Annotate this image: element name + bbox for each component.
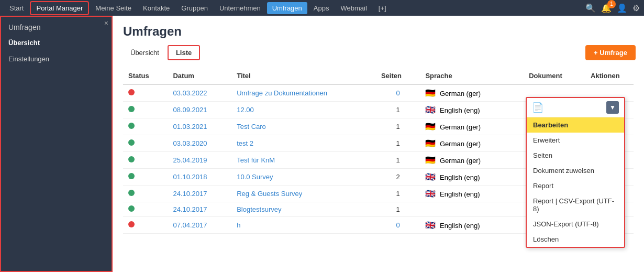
aktionen-item[interactable]: Report | CSV-Export (UTF-8): [527, 193, 624, 216]
nav-plus[interactable]: [+]: [373, 2, 392, 14]
nav-portal-manager[interactable]: Portal Manager: [30, 1, 89, 15]
cell-sprache: [420, 202, 514, 217]
aktionen-item[interactable]: Bearbeiten: [527, 117, 624, 133]
user-icon[interactable]: 👤: [617, 3, 627, 13]
cell-sprache: 🇩🇪 German (ger): [420, 84, 514, 102]
cell-seiten: 1: [376, 186, 420, 202]
cell-seiten: 1: [376, 102, 420, 118]
col-dokument: Dokument: [514, 68, 577, 84]
survey-link[interactable]: 12.00: [237, 106, 254, 114]
main-content: Umfragen Übersicht Liste + Umfrage Statu…: [113, 16, 644, 272]
page-title: Umfragen: [123, 24, 634, 39]
notification-badge-wrap[interactable]: 🔔 1: [601, 3, 612, 13]
aktionen-item[interactable]: Erweitert: [527, 133, 624, 148]
sidebar: × Umfragen Übersicht Einstellungen: [0, 16, 113, 272]
nav-kontakte[interactable]: Kontakte: [138, 2, 175, 14]
cell-titel: h: [231, 217, 376, 234]
status-dot: [128, 106, 135, 112]
cell-sprache: 🇩🇪 German (ger): [420, 135, 514, 152]
col-sprache: Sprache: [420, 68, 514, 84]
survey-link[interactable]: Umfrage zu Dokumentationen: [237, 89, 327, 97]
nav-apps[interactable]: Apps: [308, 2, 335, 14]
cell-status: [123, 102, 168, 118]
cell-datum: 01.10.2018: [168, 169, 231, 186]
nav-unternehmen[interactable]: Unternehmen: [214, 2, 266, 14]
cell-titel: Blogtestsurvey: [231, 202, 376, 217]
col-status: Status: [123, 68, 168, 84]
status-dot: [128, 156, 135, 162]
cell-sprache: 🇬🇧 English (eng): [420, 186, 514, 202]
status-dot: [128, 205, 135, 212]
flag-icon: 🇩🇪: [425, 156, 436, 165]
flag-icon: 🇬🇧: [425, 105, 436, 114]
tab-ubersicht[interactable]: Übersicht: [123, 46, 166, 59]
survey-link[interactable]: Reg & Guests Survey: [237, 190, 302, 198]
cell-seiten: 0: [376, 84, 420, 102]
cell-titel: 12.00: [231, 102, 376, 118]
cell-seiten: 2: [376, 169, 420, 186]
cell-status: [123, 152, 168, 169]
status-dot: [128, 173, 135, 179]
cell-status: [123, 202, 168, 217]
cell-datum: 03.03.2020: [168, 135, 231, 152]
status-dot: [128, 190, 135, 196]
col-seiten: Seiten: [376, 68, 420, 84]
nav-start[interactable]: Start: [4, 2, 29, 14]
aktionen-item[interactable]: Dokument zuweisen: [527, 163, 624, 178]
cell-status: [123, 135, 168, 152]
nav-umfragen[interactable]: Umfragen: [267, 2, 307, 14]
survey-link[interactable]: Blogtestsurvey: [237, 205, 281, 213]
status-dot: [128, 89, 135, 95]
cell-status: [123, 169, 168, 186]
add-umfrage-button[interactable]: + Umfrage: [585, 45, 636, 60]
cell-status: [123, 186, 168, 202]
aktionen-dropdown-button[interactable]: ▼: [606, 101, 619, 114]
cell-datum: 07.04.2017: [168, 217, 231, 234]
cell-status: [123, 118, 168, 135]
cell-datum: 25.04.2019: [168, 152, 231, 169]
cell-status: [123, 217, 168, 234]
aktionen-item[interactable]: Report: [527, 178, 624, 193]
cell-seiten: 1: [376, 118, 420, 135]
sidebar-close-button[interactable]: ×: [104, 19, 108, 27]
tab-liste[interactable]: Liste: [168, 45, 200, 60]
notification-count: 1: [607, 0, 616, 8]
cell-titel: test 2: [231, 135, 376, 152]
gear-icon[interactable]: ⚙: [632, 3, 640, 13]
cell-titel: Reg & Guests Survey: [231, 186, 376, 202]
flag-icon: 🇩🇪: [425, 122, 436, 131]
col-datum: Datum: [168, 68, 231, 84]
survey-link[interactable]: Test Caro: [237, 123, 266, 130]
cell-sprache: 🇬🇧 English (eng): [420, 169, 514, 186]
status-dot: [128, 139, 135, 146]
sidebar-item-einstellungen[interactable]: Einstellungen: [1, 51, 112, 67]
cell-seiten: 0: [376, 217, 420, 234]
survey-link[interactable]: 10.0 Survey: [237, 173, 273, 181]
cell-datum: 08.09.2021: [168, 102, 231, 118]
cell-sprache: 🇩🇪 German (ger): [420, 152, 514, 169]
aktionen-panel: 📄 ▼ BearbeitenErweitertSeitenDokument zu…: [526, 97, 625, 248]
aktionen-item[interactable]: JSON-Export (UTF-8): [527, 216, 624, 232]
cell-datum: 24.10.2017: [168, 186, 231, 202]
cell-sprache: 🇬🇧 English (eng): [420, 102, 514, 118]
cell-seiten: 1: [376, 202, 420, 217]
nav-webmail[interactable]: Webmail: [335, 2, 372, 14]
cell-sprache: 🇬🇧 English (eng): [420, 217, 514, 234]
nav-gruppen[interactable]: Gruppen: [176, 2, 213, 14]
cell-datum: 01.03.2021: [168, 118, 231, 135]
nav-meine-seite[interactable]: Meine Seite: [90, 2, 137, 14]
flag-icon: 🇬🇧: [425, 221, 436, 230]
survey-link[interactable]: test 2: [237, 139, 253, 147]
top-navigation: Start Portal Manager Meine Seite Kontakt…: [0, 0, 644, 16]
search-icon[interactable]: 🔍: [585, 3, 596, 13]
survey-link[interactable]: h: [237, 221, 240, 229]
aktionen-item[interactable]: Seiten: [527, 148, 624, 163]
nav-icons-group: 🔍 🔔 1 👤 ⚙: [585, 3, 640, 13]
sidebar-item-ubersicht[interactable]: Übersicht: [1, 35, 112, 51]
aktionen-item[interactable]: Löschen: [527, 232, 624, 247]
col-aktionen: Aktionen: [577, 68, 634, 84]
survey-table-wrapper: Status Datum Titel Seiten Sprache Dokume…: [123, 68, 634, 234]
tab-bar: Übersicht Liste: [123, 45, 634, 60]
flag-icon: 🇩🇪: [425, 89, 436, 97]
survey-link[interactable]: Test für KnM: [237, 156, 275, 164]
